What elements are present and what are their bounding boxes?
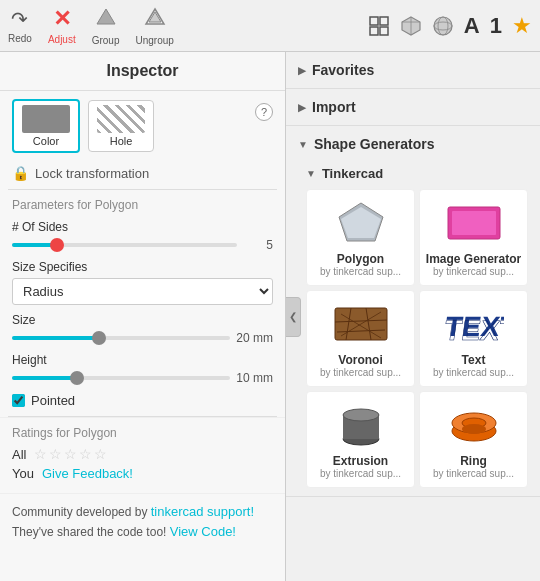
size-slider-row: 20 mm [12,331,273,345]
star-3[interactable]: ☆ [64,446,77,462]
you-label: You [12,466,34,481]
svg-text:TEXT: TEXT [444,315,504,346]
shape-generators-section: ▼ Shape Generators ▼ Tinkercad [286,126,540,497]
size-specifies-param: Size Specifies Radius Diameter [12,260,273,305]
size-specifies-select-row: Radius Diameter [12,278,273,305]
size-label: Size [12,313,273,327]
import-label: Import [312,99,356,115]
height-value: 10 mm [236,371,273,385]
adjust-label: Adjust [48,34,76,45]
community-link2[interactable]: View Code! [170,524,236,539]
hole-button[interactable]: Hole [88,100,154,152]
size-specifies-select[interactable]: Radius Diameter [12,278,273,305]
ratings-title: Ratings for Polygon [12,426,273,440]
redo-button[interactable]: ↷ Redo [8,7,32,44]
star-1[interactable]: ☆ [34,446,47,462]
color-button[interactable]: Color [12,99,80,153]
pointed-row: Pointed [12,393,273,408]
inspector-title: Inspector [0,52,285,91]
svg-point-32 [462,424,486,434]
inspector-panel: Inspector Color Hole ? 🔒 Lock transforma… [0,52,286,581]
size-param: Size 20 mm [12,313,273,345]
text-image: TEXT TEXT [444,299,504,349]
community-section: Community developed by tinkercad support… [0,493,285,549]
star-icon[interactable]: ★ [512,13,532,39]
ungroup-button[interactable]: Ungroup [136,6,174,46]
help-button[interactable]: ? [255,103,273,121]
number-icon[interactable]: 1 [490,13,502,39]
cube-icon[interactable] [400,15,422,37]
size-value: 20 mm [236,331,273,345]
lock-icon: 🔒 [12,165,29,181]
shapes-grid: Polygon by tinkercad sup... Image Genera… [306,189,528,488]
ratings-all-label: All [12,447,26,462]
ungroup-icon [144,6,166,33]
adjust-icon: ✕ [53,6,71,32]
adjust-button[interactable]: ✕ Adjust [48,6,76,45]
shape-image-gen[interactable]: Image Generator by tinkercad sup... [419,189,528,286]
star-2[interactable]: ☆ [49,446,62,462]
size-slider-track[interactable] [12,336,230,340]
color-hole-row: Color Hole ? [0,91,285,161]
height-slider-row: 10 mm [12,371,273,385]
ring-name: Ring [460,454,487,468]
redo-icon: ↷ [11,7,28,31]
ring-image [444,400,504,450]
favorites-triangle: ▶ [298,65,306,76]
shape-extrusion[interactable]: Extrusion by tinkercad sup... [306,391,415,488]
main-area: Inspector Color Hole ? 🔒 Lock transforma… [0,52,540,581]
community-line1: Community developed by [12,505,147,519]
group-label: Group [92,35,120,46]
text-name: Text [462,353,486,367]
height-slider-track[interactable] [12,376,230,380]
voronoi-name: Voronoi [338,353,382,367]
grid-icon[interactable] [368,15,390,37]
size-slider-fill [12,336,99,340]
sides-slider-thumb[interactable] [50,238,64,252]
star-5[interactable]: ☆ [94,446,107,462]
pointed-label[interactable]: Pointed [31,393,75,408]
ungroup-label: Ungroup [136,35,174,46]
sphere-icon[interactable] [432,15,454,37]
height-slider-thumb[interactable] [70,371,84,385]
ratings-section: Ratings for Polygon All ☆ ☆ ☆ ☆ ☆ You Gi… [0,417,285,493]
shape-generators-label: Shape Generators [314,136,435,152]
shape-text[interactable]: TEXT TEXT Text by tinkercad sup... [419,290,528,387]
import-header[interactable]: ▶ Import [286,89,540,125]
text-by: by tinkercad sup... [433,367,514,378]
group-button[interactable]: Group [92,6,120,46]
shape-voronoi[interactable]: Voronoi by tinkercad sup... [306,290,415,387]
svg-point-10 [434,17,452,35]
polygon-image [331,198,391,248]
toolbar: ↷ Redo ✕ Adjust Group Ungroup [0,0,540,52]
pointed-checkbox[interactable] [12,394,25,407]
color-swatch [22,105,70,133]
collapse-button[interactable]: ❮ [286,297,301,337]
feedback-link[interactable]: Give Feedback! [42,466,133,481]
toolbar-right: A 1 ★ [368,13,532,39]
redo-label: Redo [8,33,32,44]
sides-slider-track[interactable] [12,243,237,247]
shape-generators-header[interactable]: ▼ Shape Generators [286,126,540,162]
star-4[interactable]: ☆ [79,446,92,462]
tinkercad-header: ▼ Tinkercad [306,166,528,181]
shape-polygon[interactable]: Polygon by tinkercad sup... [306,189,415,286]
height-label: Height [12,353,273,367]
community-link1[interactable]: tinkercad support! [151,504,254,519]
shape-ring[interactable]: Ring by tinkercad sup... [419,391,528,488]
size-slider-thumb[interactable] [92,331,106,345]
svg-rect-4 [380,17,388,25]
letter-icon[interactable]: A [464,13,480,39]
favorites-header[interactable]: ▶ Favorites [286,52,540,88]
extrusion-name: Extrusion [333,454,388,468]
favorites-section: ▶ Favorites [286,52,540,89]
tinkercad-triangle: ▼ [306,168,316,179]
image-gen-name: Image Generator [426,252,521,266]
polygon-name: Polygon [337,252,384,266]
ratings-all-row: All ☆ ☆ ☆ ☆ ☆ [12,446,273,462]
size-specifies-label: Size Specifies [12,260,273,274]
ratings-you-row: You Give Feedback! [12,466,273,481]
voronoi-by: by tinkercad sup... [320,367,401,378]
sides-label: # Of Sides [12,220,273,234]
svg-marker-0 [97,9,115,24]
